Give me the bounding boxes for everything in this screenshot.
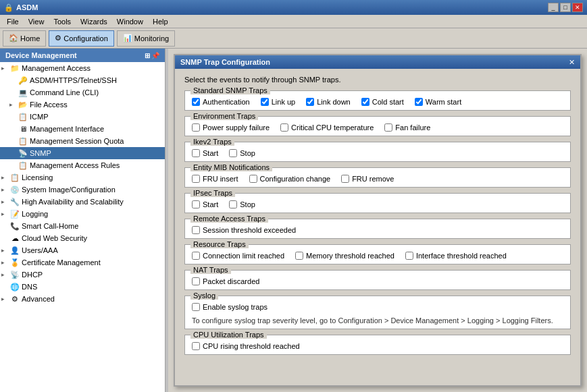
enable-syslog-checkbox[interactable]: [192, 303, 200, 311]
home-button[interactable]: 🏠 Home: [3, 30, 46, 47]
menu-view[interactable]: View: [24, 17, 49, 26]
session-threshold-checkbox[interactable]: [192, 226, 200, 234]
packet-discarded-label[interactable]: Packet discarded: [203, 277, 259, 285]
enable-syslog-label[interactable]: Enable syslog traps: [203, 303, 267, 311]
fru-insert-checkbox-item: FRU insert: [192, 175, 238, 183]
ipsec-stop-checkbox[interactable]: [229, 200, 237, 208]
tree-item[interactable]: 💻 Command Line (CLI): [0, 86, 165, 99]
ipsec-stop-label[interactable]: Stop: [240, 200, 255, 208]
critical-cpu-temp-label[interactable]: Critical CPU temperature: [291, 123, 374, 132]
minimize-button[interactable]: _: [548, 3, 559, 12]
tree-item[interactable]: ▸ 💿 System Image/Configuration: [0, 184, 165, 196]
memory-threshold-label[interactable]: Memory threshold reached: [306, 252, 394, 260]
configuration-button[interactable]: ⚙ Configuration: [49, 30, 113, 47]
link-down-label[interactable]: Link down: [317, 98, 351, 106]
tree-item[interactable]: 🔑 ASDM/HTTPS/Telnet/SSH: [0, 74, 165, 86]
ikev2-start-label[interactable]: Start: [203, 149, 218, 157]
ikev2-stop-label[interactable]: Stop: [240, 149, 255, 157]
tree-item[interactable]: 🖥 Management Interface: [0, 123, 165, 135]
config-change-checkbox[interactable]: [249, 175, 257, 183]
tree-item[interactable]: ▸ 📁 Management Access: [0, 62, 165, 74]
power-supply-failure-checkbox[interactable]: [192, 123, 200, 132]
tree-item[interactable]: ▸ 🏅 Certificate Management: [0, 256, 165, 269]
tree-item[interactable]: ▸ 📋 Licensing: [0, 171, 165, 184]
authentication-checkbox[interactable]: [192, 98, 200, 106]
tree-item[interactable]: ▸ 📂 File Access: [0, 99, 165, 111]
ikev2-stop-checkbox[interactable]: [229, 149, 237, 157]
toggle-icon: ▸: [9, 101, 18, 108]
fru-remove-checkbox[interactable]: [341, 175, 349, 183]
tree-item[interactable]: ▸ 👤 Users/AAA: [0, 244, 165, 256]
interface-threshold-checkbox[interactable]: [405, 252, 413, 260]
licensing-icon: 📋: [9, 172, 20, 183]
menu-help[interactable]: Help: [149, 17, 172, 26]
link-down-checkbox[interactable]: [306, 98, 314, 106]
tree-item[interactable]: ▸ ⚙ Advanced: [0, 293, 165, 305]
sidebar-item-snmp: SNMP: [28, 148, 53, 158]
ikev2-traps-label: Ikev2 Traps: [190, 138, 234, 146]
ipsec-start-label[interactable]: Start: [203, 200, 218, 208]
fru-remove-label[interactable]: FRU remove: [352, 175, 394, 183]
toggle-icon: ▸: [1, 174, 9, 181]
content-area: SNMP Trap Configuration ✕ Select the eve…: [168, 49, 587, 392]
warm-start-checkbox[interactable]: [415, 98, 423, 106]
ikev2-start-checkbox[interactable]: [192, 149, 200, 157]
monitoring-label: Monitoring: [134, 34, 169, 43]
fan-failure-label[interactable]: Fan failure: [395, 123, 430, 132]
syslog-label: Syslog: [190, 291, 218, 300]
maximize-button[interactable]: □: [560, 3, 571, 12]
memory-threshold-checkbox[interactable]: [295, 252, 303, 260]
tree-item[interactable]: ▸ 🔧 High Availability and Scalability: [0, 196, 165, 208]
menu-file[interactable]: File: [3, 17, 23, 26]
tree-item[interactable]: 📡 SNMP: [0, 147, 165, 159]
authentication-label[interactable]: Authentication: [203, 98, 250, 106]
fru-insert-checkbox[interactable]: [192, 175, 200, 183]
toggle-icon: ▸: [1, 211, 9, 217]
cpu-rising-threshold-label[interactable]: CPU rising threshold reached: [203, 342, 300, 350]
ipsec-start-checkbox[interactable]: [192, 200, 200, 208]
connection-limit-label[interactable]: Connection limit reached: [203, 252, 284, 260]
link-up-label[interactable]: Link up: [272, 98, 295, 106]
monitoring-icon: 📊: [123, 34, 132, 43]
sidebar: Device Management ⊞ 📌 ▸ 📁 Management Acc…: [0, 49, 165, 392]
monitoring-button[interactable]: 📊 Monitoring: [117, 30, 175, 47]
session-threshold-label[interactable]: Session threshold exceeded: [203, 226, 296, 234]
power-supply-failure-label[interactable]: Power supply failure: [203, 123, 270, 132]
tree-item[interactable]: ▸ 📝 Logging: [0, 208, 165, 220]
fan-failure-checkbox[interactable]: [384, 123, 392, 132]
syslog-content: Enable syslog traps To configure syslog …: [192, 300, 563, 325]
link-up-checkbox[interactable]: [261, 98, 269, 106]
warm-start-label[interactable]: Warm start: [426, 98, 461, 106]
packet-discarded-checkbox-item: Packet discarded: [192, 277, 259, 285]
cpu-utilization-traps-section: CPU Utilization Traps CPU rising thresho…: [184, 335, 571, 355]
tree-item[interactable]: 📞 Smart Call-Home: [0, 220, 165, 232]
cold-start-checkbox[interactable]: [361, 98, 369, 106]
cold-start-label[interactable]: Cold start: [372, 98, 404, 106]
menu-tools[interactable]: Tools: [49, 17, 75, 26]
fru-insert-label[interactable]: FRU insert: [203, 175, 238, 183]
folder-icon: 📂: [18, 99, 28, 110]
cpu-rising-threshold-checkbox-item: CPU rising threshold reached: [192, 342, 300, 350]
ipsec-traps-section: IPsec Traps Start Stop: [184, 193, 571, 213]
tree-item[interactable]: 📋 Management Access Rules: [0, 159, 165, 171]
interface-threshold-label[interactable]: Interface threshold reached: [416, 252, 507, 260]
tree-item[interactable]: ☁ Cloud Web Security: [0, 232, 165, 244]
config-change-label[interactable]: Configuration change: [260, 175, 331, 183]
close-button[interactable]: ✕: [572, 3, 583, 12]
tree-item[interactable]: 📋 ICMP: [0, 111, 165, 123]
dialog-close-button[interactable]: ✕: [569, 58, 575, 67]
sidebar-float-button[interactable]: ⊞: [145, 52, 150, 59]
menu-wizards[interactable]: Wizards: [76, 17, 111, 26]
connection-limit-checkbox[interactable]: [192, 252, 200, 260]
cpu-rising-threshold-checkbox[interactable]: [192, 342, 200, 350]
tree-item[interactable]: 🌐 DNS: [0, 281, 165, 293]
snmp-icon: 📡: [18, 148, 28, 159]
critical-cpu-temp-checkbox[interactable]: [280, 123, 288, 132]
tree-item[interactable]: 📋 Management Session Quota: [0, 135, 165, 147]
sidebar-pin-button[interactable]: 📌: [151, 52, 159, 59]
entity-mib-content: FRU insert Configuration change FRU remo…: [192, 172, 563, 183]
tree-item[interactable]: ▸ 📡 DHCP: [0, 269, 165, 281]
configuration-label: Configuration: [63, 34, 107, 43]
packet-discarded-checkbox[interactable]: [192, 277, 200, 285]
menu-window[interactable]: Window: [113, 17, 147, 26]
